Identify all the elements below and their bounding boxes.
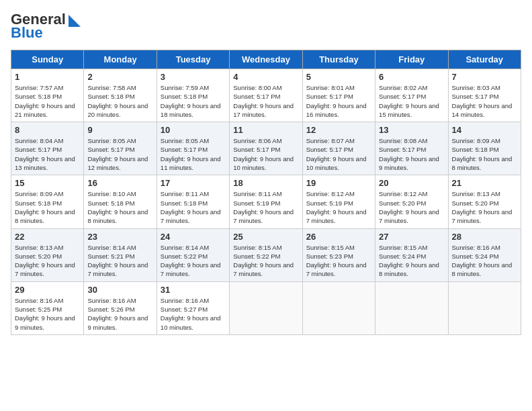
calendar-day-cell: 8Sunrise: 8:04 AMSunset: 5:17 PMDaylight… — [11, 122, 84, 175]
sunrise-text: Sunrise: 8:00 AM — [233, 84, 281, 91]
sunrise-text: Sunrise: 8:04 AM — [15, 137, 63, 144]
day-info: Sunrise: 8:13 AMSunset: 5:20 PMDaylight:… — [452, 189, 517, 225]
sunrise-text: Sunrise: 8:05 AM — [161, 137, 209, 144]
sunrise-text: Sunrise: 8:05 AM — [87, 137, 136, 144]
day-number: 23 — [87, 232, 152, 242]
sunrise-text: Sunrise: 8:10 AM — [87, 190, 136, 197]
calendar-day-cell — [230, 281, 302, 334]
day-number: 31 — [161, 285, 226, 295]
sunset-text: Sunset: 5:18 PM — [87, 93, 134, 100]
daylight-text: Daylight: 9 hours and 21 minutes. — [15, 102, 75, 118]
daylight-text: Daylight: 9 hours and 7 minutes. — [233, 208, 294, 224]
daylight-text: Daylight: 9 hours and 17 minutes. — [233, 102, 294, 118]
day-info: Sunrise: 8:16 AMSunset: 5:25 PMDaylight:… — [15, 296, 80, 332]
calendar-week-row: 1Sunrise: 7:57 AMSunset: 5:18 PMDaylight… — [11, 69, 521, 122]
sunrise-text: Sunrise: 8:09 AM — [15, 190, 63, 197]
daylight-text: Daylight: 9 hours and 7 minutes. — [161, 208, 221, 224]
sunset-text: Sunset: 5:17 PM — [379, 146, 426, 153]
day-number: 27 — [379, 232, 444, 242]
day-info: Sunrise: 8:12 AMSunset: 5:20 PMDaylight:… — [379, 189, 444, 225]
sunrise-text: Sunrise: 8:16 AM — [161, 297, 209, 304]
sunset-text: Sunset: 5:17 PM — [161, 146, 208, 153]
calendar-day-cell: 2Sunrise: 7:58 AMSunset: 5:18 PMDaylight… — [84, 69, 157, 122]
daylight-text: Daylight: 9 hours and 8 minutes. — [379, 261, 439, 277]
day-number: 10 — [161, 125, 226, 135]
sunset-text: Sunset: 5:17 PM — [15, 146, 62, 153]
sunset-text: Sunset: 5:17 PM — [233, 146, 280, 153]
sunset-text: Sunset: 5:20 PM — [452, 199, 499, 207]
calendar-day-cell: 28Sunrise: 8:16 AMSunset: 5:24 PMDayligh… — [448, 228, 521, 281]
sunset-text: Sunset: 5:27 PM — [161, 306, 208, 313]
day-info: Sunrise: 8:07 AMSunset: 5:17 PMDaylight:… — [306, 136, 371, 172]
sunset-text: Sunset: 5:17 PM — [306, 146, 353, 153]
calendar-day-cell: 5Sunrise: 8:01 AMSunset: 5:17 PMDaylight… — [302, 69, 375, 122]
daylight-text: Daylight: 9 hours and 8 minutes. — [87, 208, 148, 224]
daylight-text: Daylight: 9 hours and 12 minutes. — [87, 155, 148, 171]
logo-container: General Blue — [11, 11, 82, 42]
calendar-day-cell: 9Sunrise: 8:05 AMSunset: 5:17 PMDaylight… — [84, 122, 157, 175]
sunset-text: Sunset: 5:19 PM — [233, 199, 280, 207]
page-header: General Blue — [11, 11, 521, 42]
sunset-text: Sunset: 5:17 PM — [306, 93, 353, 100]
daylight-text: Daylight: 9 hours and 20 minutes. — [87, 102, 148, 118]
weekday-header-monday: Monday — [84, 50, 157, 69]
daylight-text: Daylight: 9 hours and 7 minutes. — [161, 261, 221, 277]
calendar-day-cell: 21Sunrise: 8:13 AMSunset: 5:20 PMDayligh… — [448, 175, 521, 228]
sunset-text: Sunset: 5:18 PM — [161, 93, 208, 100]
day-number: 4 — [233, 72, 298, 82]
sunrise-text: Sunrise: 8:01 AM — [306, 84, 355, 91]
calendar-day-cell: 3Sunrise: 7:59 AMSunset: 5:18 PMDaylight… — [157, 69, 229, 122]
sunset-text: Sunset: 5:18 PM — [452, 146, 499, 153]
day-number: 24 — [161, 232, 226, 242]
day-info: Sunrise: 8:06 AMSunset: 5:17 PMDaylight:… — [233, 136, 298, 172]
calendar-day-cell: 29Sunrise: 8:16 AMSunset: 5:25 PMDayligh… — [11, 281, 84, 334]
day-info: Sunrise: 7:58 AMSunset: 5:18 PMDaylight:… — [87, 83, 152, 119]
day-number: 16 — [87, 178, 152, 188]
sunrise-text: Sunrise: 8:15 AM — [233, 244, 281, 251]
day-info: Sunrise: 8:11 AMSunset: 5:18 PMDaylight:… — [161, 189, 226, 225]
sunset-text: Sunset: 5:21 PM — [87, 253, 134, 260]
sunset-text: Sunset: 5:26 PM — [87, 306, 134, 313]
sunrise-text: Sunrise: 8:14 AM — [87, 244, 136, 251]
sunset-text: Sunset: 5:24 PM — [379, 253, 426, 260]
day-info: Sunrise: 8:10 AMSunset: 5:18 PMDaylight:… — [87, 189, 152, 225]
sunrise-text: Sunrise: 8:16 AM — [452, 244, 500, 251]
sunrise-text: Sunrise: 8:06 AM — [233, 137, 281, 144]
daylight-text: Daylight: 9 hours and 9 minutes. — [379, 155, 439, 171]
sunrise-text: Sunrise: 8:11 AM — [161, 190, 209, 197]
weekday-header-sunday: Sunday — [11, 50, 84, 69]
day-number: 6 — [379, 72, 444, 82]
sunset-text: Sunset: 5:20 PM — [15, 253, 62, 260]
sunset-text: Sunset: 5:17 PM — [87, 146, 134, 153]
day-info: Sunrise: 7:59 AMSunset: 5:18 PMDaylight:… — [161, 83, 226, 119]
day-number: 5 — [306, 72, 371, 82]
day-info: Sunrise: 8:13 AMSunset: 5:20 PMDaylight:… — [15, 243, 80, 279]
sunrise-text: Sunrise: 8:12 AM — [379, 190, 427, 197]
day-info: Sunrise: 8:15 AMSunset: 5:24 PMDaylight:… — [379, 243, 444, 279]
day-number: 2 — [87, 72, 152, 82]
calendar-week-row: 22Sunrise: 8:13 AMSunset: 5:20 PMDayligh… — [11, 228, 521, 281]
svg-marker-0 — [69, 15, 81, 27]
sunrise-text: Sunrise: 8:09 AM — [452, 137, 500, 144]
sunset-text: Sunset: 5:25 PM — [15, 306, 62, 313]
weekday-header-thursday: Thursday — [302, 50, 375, 69]
weekday-header-wednesday: Wednesday — [230, 50, 302, 69]
daylight-text: Daylight: 9 hours and 7 minutes. — [452, 208, 513, 224]
day-info: Sunrise: 8:02 AMSunset: 5:17 PMDaylight:… — [379, 83, 444, 119]
day-number: 29 — [15, 285, 80, 295]
daylight-text: Daylight: 9 hours and 7 minutes. — [306, 261, 367, 277]
sunset-text: Sunset: 5:18 PM — [15, 199, 62, 207]
sunrise-text: Sunrise: 7:58 AM — [87, 84, 136, 91]
day-number: 15 — [15, 178, 80, 188]
day-info: Sunrise: 8:12 AMSunset: 5:19 PMDaylight:… — [306, 189, 371, 225]
sunrise-text: Sunrise: 8:13 AM — [452, 190, 500, 197]
calendar-day-cell: 6Sunrise: 8:02 AMSunset: 5:17 PMDaylight… — [375, 69, 448, 122]
daylight-text: Daylight: 9 hours and 16 minutes. — [306, 102, 367, 118]
sunset-text: Sunset: 5:18 PM — [15, 93, 62, 100]
sunrise-text: Sunrise: 8:03 AM — [452, 84, 500, 91]
day-number: 18 — [233, 178, 298, 188]
sunrise-text: Sunrise: 8:11 AM — [233, 190, 281, 197]
calendar-day-cell: 13Sunrise: 8:08 AMSunset: 5:17 PMDayligh… — [375, 122, 448, 175]
daylight-text: Daylight: 9 hours and 9 minutes. — [87, 314, 148, 330]
day-info: Sunrise: 8:08 AMSunset: 5:17 PMDaylight:… — [379, 136, 444, 172]
